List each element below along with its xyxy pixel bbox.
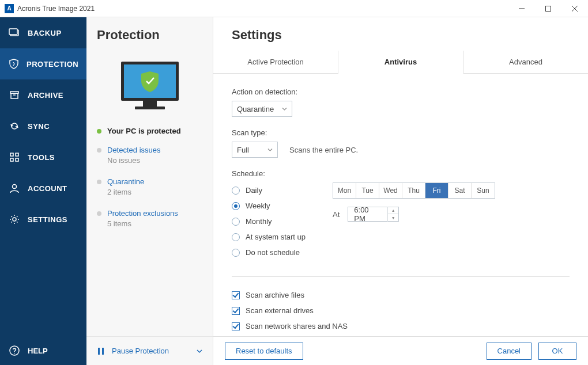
- radio-label: At system start up: [246, 233, 306, 241]
- app-icon: A: [5, 4, 14, 13]
- sidebar: BACKUP PROTECTION ARCHIVE SYNC: [0, 17, 86, 365]
- radio-do-not-schedule[interactable]: Do not schedule: [232, 245, 333, 260]
- sidebar-item-label: TOOLS: [28, 153, 55, 162]
- svg-rect-7: [11, 93, 18, 98]
- checkbox-icon: [232, 307, 240, 315]
- settings-tabs: Active Protection Antivirus Advanced: [213, 51, 588, 74]
- action-on-detection-select[interactable]: Quarantine: [232, 101, 292, 117]
- sidebar-item-label: PROTECTION: [27, 60, 78, 69]
- day-sat[interactable]: Sat: [448, 183, 472, 198]
- select-value: Full: [237, 146, 249, 154]
- tab-active-protection[interactable]: Active Protection: [213, 51, 338, 73]
- svg-rect-9: [10, 153, 13, 156]
- check-label: Scan network shares and NAS: [246, 322, 348, 330]
- link-detected-issues[interactable]: Detected issues: [107, 146, 161, 154]
- reset-to-defaults-button[interactable]: Reset to defaults: [225, 343, 303, 360]
- chevron-down-icon: [197, 346, 202, 356]
- svg-rect-5: [9, 29, 17, 35]
- check-scan-archive-files[interactable]: Scan archive files: [232, 287, 570, 303]
- bullet-icon: [97, 211, 101, 216]
- day-wed[interactable]: Wed: [379, 183, 402, 198]
- pause-label: Pause Protection: [112, 347, 197, 355]
- radio-icon: [232, 202, 240, 210]
- svg-point-24: [14, 353, 15, 354]
- status-dot-icon: [97, 129, 101, 134]
- sidebar-item-archive[interactable]: ARCHIVE: [0, 79, 86, 111]
- svg-line-19: [12, 216, 13, 218]
- link-sub: No issues: [107, 156, 161, 165]
- svg-line-22: [12, 222, 13, 223]
- sidebar-item-settings[interactable]: SETTINGS: [0, 204, 86, 235]
- gear-icon: [8, 214, 21, 225]
- radio-at-system-start[interactable]: At system start up: [232, 229, 333, 245]
- day-thu[interactable]: Thu: [402, 183, 425, 198]
- time-value: 6:00 PM: [348, 206, 387, 223]
- svg-rect-27: [143, 101, 157, 107]
- day-tue[interactable]: Tue: [356, 183, 379, 198]
- check-scan-network-shares[interactable]: Scan network shares and NAS: [232, 318, 570, 334]
- maximize-button[interactable]: [535, 0, 561, 17]
- sidebar-item-label: HELP: [28, 347, 48, 355]
- day-mon[interactable]: Mon: [333, 183, 356, 198]
- svg-rect-1: [546, 6, 551, 11]
- radio-label: Weekly: [246, 201, 270, 210]
- tab-antivirus[interactable]: Antivirus: [338, 51, 463, 74]
- radio-icon: [232, 218, 240, 226]
- radio-monthly[interactable]: Monthly: [232, 214, 333, 229]
- sidebar-item-sync[interactable]: SYNC: [0, 111, 86, 142]
- spinner-up-button[interactable]: ▲: [388, 207, 398, 214]
- sidebar-item-protection[interactable]: PROTECTION: [0, 48, 86, 79]
- protection-status: Your PC is protected: [86, 127, 213, 146]
- bullet-icon: [97, 180, 101, 184]
- schedule-label: Schedule:: [232, 169, 570, 178]
- radio-weekly[interactable]: Weekly: [232, 198, 333, 214]
- at-label: At: [333, 210, 340, 219]
- shield-icon: [8, 58, 20, 70]
- protection-illustration: [86, 43, 213, 127]
- spinner-down-button[interactable]: ▼: [388, 214, 398, 222]
- window-controls: [508, 0, 588, 17]
- pause-protection-button[interactable]: Pause Protection: [86, 336, 213, 365]
- day-sun[interactable]: Sun: [472, 183, 495, 198]
- radio-label: Monthly: [246, 217, 272, 226]
- radio-label: Daily: [246, 186, 262, 195]
- svg-rect-10: [16, 153, 18, 156]
- sidebar-item-account[interactable]: ACCOUNT: [0, 173, 86, 204]
- titlebar: A Acronis True Image 2021: [0, 0, 588, 17]
- archive-icon: [8, 89, 21, 101]
- sidebar-item-backup[interactable]: BACKUP: [0, 17, 86, 48]
- svg-rect-12: [16, 158, 18, 161]
- sidebar-item-label: BACKUP: [28, 29, 62, 37]
- check-scan-external-drives[interactable]: Scan external drives: [232, 303, 570, 318]
- svg-rect-30: [102, 348, 104, 355]
- svg-point-23: [10, 346, 19, 355]
- minimize-button[interactable]: [508, 0, 535, 17]
- radio-icon: [232, 249, 240, 257]
- svg-point-13: [13, 185, 17, 189]
- sidebar-item-label: SYNC: [28, 122, 50, 131]
- close-button[interactable]: [561, 0, 588, 17]
- pause-icon: [97, 347, 105, 355]
- radio-label: Do not schedule: [246, 248, 300, 257]
- day-fri[interactable]: Fri: [425, 183, 448, 198]
- sidebar-item-tools[interactable]: TOOLS: [0, 142, 86, 173]
- settings-pane: Settings Active Protection Antivirus Adv…: [213, 17, 588, 365]
- radio-daily[interactable]: Daily: [232, 182, 333, 198]
- sidebar-item-label: ACCOUNT: [28, 184, 67, 193]
- sidebar-item-help[interactable]: HELP: [0, 336, 86, 365]
- settings-footer: Reset to defaults Cancel OK: [213, 336, 588, 365]
- time-input[interactable]: 6:00 PM ▲ ▼: [348, 207, 399, 222]
- sync-icon: [8, 120, 21, 132]
- action-on-detection-label: Action on detection:: [232, 88, 570, 96]
- link-quarantine[interactable]: Quarantine: [107, 177, 144, 186]
- cancel-button[interactable]: Cancel: [487, 343, 532, 360]
- scan-type-select[interactable]: Full: [232, 142, 278, 158]
- tools-icon: [8, 151, 21, 163]
- day-selector: Mon Tue Wed Thu Fri Sat Sun: [333, 182, 495, 199]
- link-protection-exclusions[interactable]: Protection exclusions: [107, 209, 178, 218]
- help-icon: [8, 345, 21, 356]
- svg-point-14: [13, 218, 16, 221]
- tab-advanced[interactable]: Advanced: [463, 51, 588, 73]
- radio-icon: [232, 233, 240, 241]
- ok-button[interactable]: OK: [538, 343, 576, 360]
